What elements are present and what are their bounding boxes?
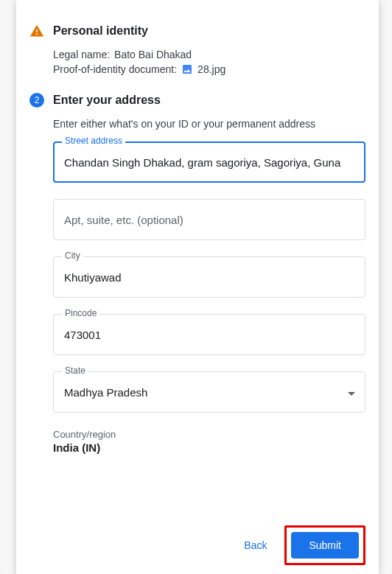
section1-body: Legal name: Bato Bai Dhakad Proof-of-ide… xyxy=(29,49,365,78)
submit-highlight-box: Submit xyxy=(284,525,365,565)
legal-name-row: Legal name: Bato Bai Dhakad xyxy=(53,49,365,60)
street-label: Street address xyxy=(62,136,125,146)
section2-title: Enter your address xyxy=(53,94,161,107)
back-button[interactable]: Back xyxy=(232,533,279,557)
apt-input[interactable] xyxy=(53,199,365,240)
section1-title: Personal identity xyxy=(53,24,148,38)
section2-header: 2 Enter your address xyxy=(29,93,365,108)
city-label: City xyxy=(62,251,83,261)
pincode-input[interactable] xyxy=(53,314,365,355)
proof-row: Proof-of-identity document: 28.jpg xyxy=(53,63,365,75)
proof-file-name: 28.jpg xyxy=(197,63,225,75)
country-label: Country/region xyxy=(53,429,365,440)
legal-name-label: Legal name: xyxy=(53,49,110,60)
pincode-field-wrap: Pincode xyxy=(53,314,365,355)
legal-name-value: Bato Bai Dhakad xyxy=(114,49,192,60)
pincode-label: Pincode xyxy=(62,308,99,318)
section2-body: Enter either what's on your ID or your p… xyxy=(29,118,365,454)
state-select[interactable] xyxy=(53,371,365,413)
country-block: Country/region India (IN) xyxy=(53,429,365,454)
state-label: State xyxy=(62,365,88,376)
section1-header: Personal identity xyxy=(29,24,365,38)
image-file-icon xyxy=(181,63,193,75)
warning-icon xyxy=(29,24,44,38)
state-field-wrap: State xyxy=(53,371,365,413)
street-input[interactable] xyxy=(53,141,365,183)
apt-field-wrap xyxy=(53,199,365,240)
street-field-wrap: Street address xyxy=(53,141,365,183)
address-hint: Enter either what's on your ID or your p… xyxy=(53,118,365,130)
address-modal: Personal identity Legal name: Bato Bai D… xyxy=(16,0,379,574)
proof-label: Proof-of-identity document: xyxy=(53,63,177,75)
submit-button[interactable]: Submit xyxy=(291,532,359,559)
city-input[interactable] xyxy=(53,256,365,298)
city-field-wrap: City xyxy=(53,256,365,298)
country-value: India (IN) xyxy=(53,441,365,454)
step-2-badge: 2 xyxy=(29,93,44,108)
modal-footer: Back Submit xyxy=(29,525,365,565)
